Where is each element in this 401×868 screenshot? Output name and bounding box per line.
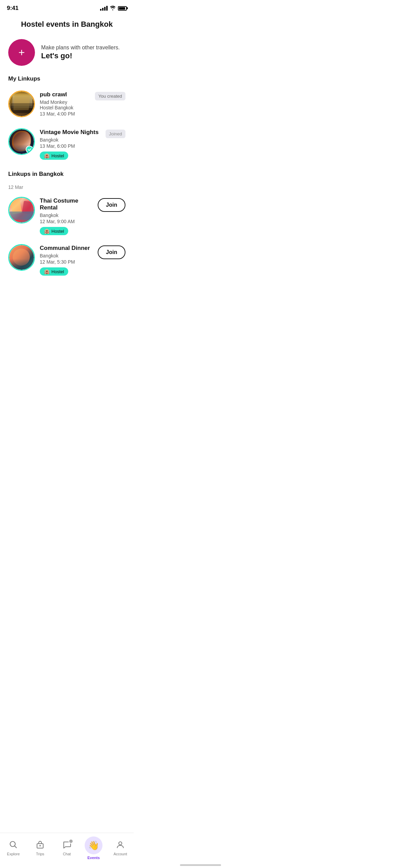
- my-linkups-label: My Linkups: [0, 74, 134, 87]
- list-item[interactable]: Communal Dinner Bangkok 12 Mar, 5:30 PM …: [0, 241, 134, 281]
- create-text: Make plans with other travellers. Let's …: [41, 45, 120, 60]
- linkup-action[interactable]: Join: [98, 244, 125, 259]
- hostel-icon: 🏨: [44, 269, 50, 274]
- signal-icon: [100, 6, 108, 11]
- linkup-location: Bangkok: [40, 213, 93, 218]
- create-cta: Let's go!: [41, 51, 120, 60]
- linkups-in-bangkok-label: Linkups in Bangkok: [0, 165, 134, 181]
- linkup-details: Communal Dinner Bangkok 12 Mar, 5:30 PM …: [40, 244, 93, 276]
- plus-icon: +: [19, 47, 25, 58]
- linkup-date: 13 Mar, 6:00 PM: [40, 143, 101, 149]
- hostel-icon: 🏨: [44, 153, 50, 158]
- linkup-date: 13 Mar, 4:00 PM: [40, 111, 90, 117]
- status-bar: 9:41: [0, 0, 134, 14]
- linkup-date: 12 Mar, 5:30 PM: [40, 259, 93, 265]
- battery-icon: [118, 6, 127, 11]
- check-icon: [26, 146, 33, 153]
- linkup-details: Vintage Movie Nights Bangkok 13 Mar, 6:0…: [40, 128, 101, 160]
- linkup-name: Thai Costume Rental: [40, 197, 93, 211]
- linkup-name: Communal Dinner: [40, 245, 93, 252]
- linkup-location: Bangkok: [40, 137, 101, 143]
- list-item[interactable]: Thai Costume Rental Bangkok 12 Mar, 9:00…: [0, 193, 134, 241]
- hostel-tag: 🏨 Hostel: [40, 152, 68, 160]
- status-time: 9:41: [7, 5, 19, 12]
- linkup-location: Mad MonkeyHostel Bangkok: [40, 99, 90, 110]
- linkup-action: You created: [95, 91, 125, 100]
- create-event-button[interactable]: +: [8, 39, 35, 66]
- linkup-details: pub crawl Mad MonkeyHostel Bangkok 13 Ma…: [40, 91, 90, 119]
- avatar: [8, 128, 35, 155]
- hostel-tag: 🏨 Hostel: [40, 227, 68, 235]
- linkup-action[interactable]: Join: [98, 197, 125, 212]
- list-item[interactable]: pub crawl Mad MonkeyHostel Bangkok 13 Ma…: [0, 87, 134, 125]
- linkup-details: Thai Costume Rental Bangkok 12 Mar, 9:00…: [40, 197, 93, 235]
- linkup-location: Bangkok: [40, 253, 93, 258]
- avatar: [8, 91, 35, 117]
- status-icons: [100, 5, 127, 11]
- page-title: Hostel events in Bangkok: [0, 14, 134, 36]
- linkup-name: Vintage Movie Nights: [40, 129, 101, 136]
- avatar: [8, 244, 35, 271]
- create-subtitle: Make plans with other travellers.: [41, 45, 120, 51]
- linkup-date: 12 Mar, 9:00 AM: [40, 219, 93, 224]
- join-button[interactable]: Join: [98, 245, 125, 259]
- avatar: [8, 197, 35, 224]
- joined-badge: Joined: [106, 130, 125, 138]
- date-divider: 12 Mar: [0, 181, 134, 193]
- hostel-tag: 🏨 Hostel: [40, 267, 68, 276]
- hostel-icon: 🏨: [44, 228, 50, 234]
- join-button[interactable]: Join: [98, 198, 125, 212]
- create-banner: + Make plans with other travellers. Let'…: [0, 36, 134, 74]
- linkup-action: Joined: [106, 128, 125, 138]
- wifi-icon: [110, 5, 116, 11]
- list-item[interactable]: Vintage Movie Nights Bangkok 13 Mar, 6:0…: [0, 125, 134, 165]
- you-created-badge: You created: [95, 92, 125, 100]
- linkup-name: pub crawl: [40, 91, 90, 98]
